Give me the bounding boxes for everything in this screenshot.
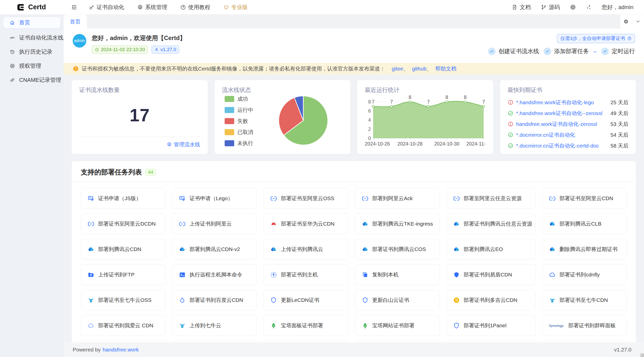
aliyun-icon — [270, 195, 277, 202]
task-card[interactable]: 部署到腾讯云CDN — [81, 239, 166, 260]
nav-item-pro-badge[interactable]: 专业版 — [223, 4, 248, 11]
expiring-cert-row: *.docmirror.cn证书自动化54 天后 — [508, 129, 629, 140]
cert-link[interactable]: handsfree.work证书自动化-zerossl — [516, 121, 608, 128]
app-logo[interactable]: Certd — [0, 3, 64, 12]
tab-home[interactable]: 首页 — [64, 15, 87, 28]
cert-link[interactable]: *.docmirror.cn证书自动化 — [516, 131, 608, 138]
task-card[interactable]: 部署证书到cdnfly — [542, 264, 627, 285]
task-label: 部署证书到主机 — [281, 271, 318, 278]
task-card[interactable]: 部署证书到百度云CDN — [172, 290, 257, 310]
qiniu-icon — [549, 297, 556, 304]
task-card[interactable]: 删除腾讯云即将过期证书 — [542, 239, 627, 260]
task-card[interactable]: 部署到腾讯云CLB — [542, 213, 627, 234]
task-card[interactable]: 部署证书到我爱云 CDN — [81, 315, 166, 336]
task-card[interactable]: 部署证书至阿里云OSS — [263, 188, 348, 209]
avatar[interactable]: admin — [73, 34, 86, 48]
pipeline-count-value: 17 — [79, 94, 200, 137]
legend-label: 未执行 — [237, 140, 253, 147]
check-circle-icon — [601, 48, 609, 55]
copy-icon — [362, 271, 369, 278]
task-count-badge: 44 — [145, 169, 156, 175]
task-card[interactable]: 上传到七牛云 — [172, 315, 257, 336]
task-card[interactable]: 部署证书到腾讯云任意云资源 — [446, 213, 536, 234]
sidebar-item-link[interactable]: CNAME记录管理 — [0, 73, 64, 87]
menu-fold-icon[interactable] — [71, 4, 77, 10]
banner-link[interactable]: 帮助文档 — [435, 65, 456, 72]
task-card[interactable]: 部署到腾讯云EO — [446, 239, 536, 260]
task-card[interactable]: 更新白山云证书 — [355, 290, 440, 310]
welcome-section: admin 您好，admin，欢迎使用【Certd】 2024-11-02 22… — [64, 28, 644, 63]
source-code-link[interactable]: 源码 — [541, 4, 560, 11]
welcome-badges: 2024-11-02 22:10:20 v1.27.0 — [92, 46, 186, 54]
task-label: 部署到腾讯云CDN — [98, 246, 141, 253]
handsfree-link[interactable]: handsfree.work — [103, 347, 139, 353]
tab-menu-button[interactable] — [632, 15, 644, 28]
task-card[interactable]: 部署证书至阿里云CDN — [542, 188, 627, 209]
banner-link[interactable]: github — [412, 66, 426, 72]
task-card[interactable]: 上传证书到腾讯云 — [263, 239, 348, 260]
user-greeting[interactable]: 您好，admin — [602, 4, 633, 11]
alert-links: gitee、github、帮助文档 — [388, 65, 456, 72]
card-title: 最近运行统计 — [365, 86, 486, 94]
task-card[interactable]: 部署到阿里云Ack — [355, 188, 440, 209]
task-card[interactable]: 部署到腾讯云CDN-v2 — [172, 239, 257, 260]
task-card[interactable]: 证书申请（Lego） — [172, 188, 257, 209]
task-card[interactable]: Synology部署证书到群晖面板 — [542, 315, 627, 336]
banner-link[interactable]: gitee — [392, 66, 403, 72]
task-card[interactable]: 上传证书到阿里云 — [172, 213, 257, 234]
aliyun-icon — [453, 195, 460, 202]
scrollbar-corner — [640, 353, 644, 357]
task-card[interactable]: 更新LeCDN证书 — [263, 290, 348, 310]
tencent-icon — [179, 246, 186, 253]
task-card[interactable]: 部署证书到主机 — [263, 264, 348, 285]
nav-item-key[interactable]: 证书自动化 — [89, 4, 124, 11]
task-card[interactable]: 部署证书到多吉云CDN — [446, 290, 536, 310]
upload-circle-icon — [270, 271, 277, 278]
svg-text:4: 4 — [368, 117, 371, 123]
svg-text:8: 8 — [446, 95, 448, 100]
sidebar-item-pulse[interactable]: 证书自动化流水线 — [0, 31, 64, 45]
version-badge[interactable]: v1.27.0 — [151, 46, 179, 54]
task-label: 更新LeCDN证书 — [281, 297, 319, 304]
key-icon — [89, 5, 94, 10]
cert-link[interactable]: *.handsfree.work证书自动化-lego — [516, 99, 608, 106]
history-icon — [10, 49, 15, 55]
manage-pipelines-link[interactable]: 管理流水线 — [79, 137, 200, 148]
task-card[interactable]: 部署证书至七牛云OSS — [81, 290, 166, 310]
task-card[interactable]: 部署证书到1Panel — [446, 315, 536, 336]
docs-link[interactable]: 文档 — [512, 4, 531, 11]
task-card[interactable]: 部署证书至七牛CDN — [542, 290, 627, 310]
task-card[interactable]: 部署证书到易盾CDN — [446, 264, 536, 285]
sidebar-item-target[interactable]: 授权管理 — [0, 59, 64, 73]
task-label: 部署证书至七牛CDN — [559, 297, 608, 304]
task-card[interactable]: 部署证书至华为云CDN — [263, 213, 348, 234]
sidebar-item-label: CNAME记录管理 — [19, 76, 61, 84]
nav-item-gear[interactable]: 系统管理 — [137, 4, 167, 11]
sparkles-icon[interactable] — [586, 4, 592, 10]
task-label: 部署证书到cdnfly — [559, 271, 600, 278]
nav-item-question-circle[interactable]: 使用教程 — [180, 4, 210, 11]
task-card[interactable]: 部署到腾讯云TKE-ingress — [355, 213, 440, 234]
cert-link[interactable]: *.docmirror.cn证书自动化-certd-doc — [516, 142, 608, 149]
app-header: Certd 证书自动化系统管理使用教程专业版 文档 源码 您好，admin — [0, 0, 644, 15]
version-number: v1.27.0 — [160, 47, 176, 52]
task-card[interactable]: 上传证书到FTP — [81, 264, 166, 285]
task-card[interactable]: 执行远程主机脚本命令 — [172, 264, 257, 285]
task-card[interactable]: 部署至阿里云任意云资源 — [446, 188, 536, 209]
task-card[interactable]: 宝塔网站证书部署 — [355, 315, 440, 336]
sidebar-item-history[interactable]: 执行历史记录 — [0, 45, 64, 59]
task-label: 证书申请（Lego） — [189, 195, 233, 202]
shield-icon — [362, 297, 369, 304]
task-card[interactable]: 证书申请（JS版） — [81, 188, 166, 209]
task-card[interactable]: 宝塔面板证书部署 — [263, 315, 348, 336]
language-globe-icon[interactable] — [570, 4, 576, 10]
task-card[interactable]: 部署证书到腾讯云COS — [355, 239, 440, 260]
cert-link[interactable]: *.handsfree.work证书自动化--zerossl — [516, 110, 608, 117]
svg-text:7: 7 — [427, 99, 430, 104]
sidebar-item-home[interactable]: 首页 — [3, 17, 60, 28]
three-steps-tip[interactable]: 仅需3步，全自动申请部署证书 — [557, 34, 635, 43]
task-card[interactable]: 部署证书至阿里云DCDN — [81, 213, 166, 234]
task-card[interactable]: 复制到本机 — [355, 264, 440, 285]
huawei-icon — [270, 221, 277, 227]
close-tab-button[interactable] — [620, 15, 632, 28]
